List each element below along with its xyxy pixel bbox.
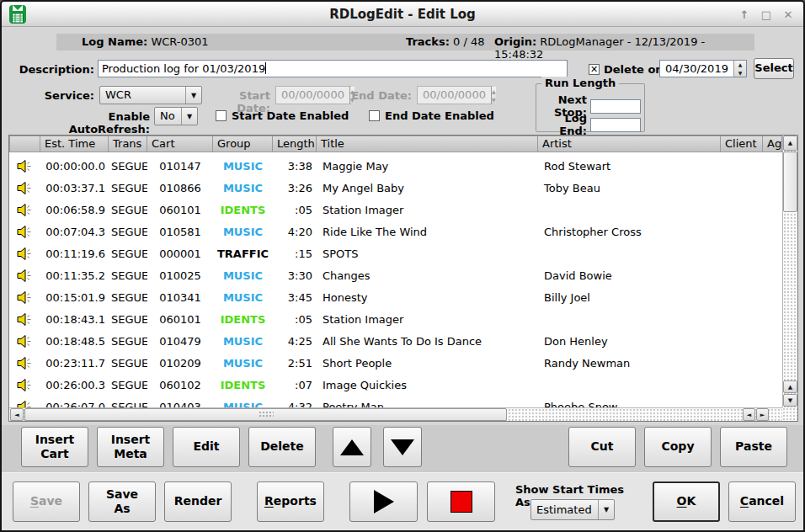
end-date-enabled-checkbox[interactable] (369, 110, 380, 121)
delete-button[interactable]: Delete (248, 427, 316, 467)
cell-cart: 010147 (147, 160, 213, 173)
stop-button[interactable] (427, 481, 495, 522)
autorefresh-combobox[interactable]: No ▼ (154, 107, 198, 125)
cell-length: 2:51 (273, 357, 317, 370)
up-arrow-icon (340, 439, 364, 455)
origin: Origin: RDLogManager - 12/13/2019 - 15:4… (494, 35, 754, 61)
table-row[interactable]: 00:06:58.9SEGUE060101IDENTS:05Station Im… (9, 199, 782, 221)
move-down-button[interactable] (383, 427, 422, 467)
column-header-length[interactable]: Length (273, 136, 317, 152)
vertical-scrollbar[interactable]: ▲ ▲ ▼ (782, 136, 797, 407)
save-as-button[interactable]: Save As (88, 481, 156, 522)
reports-button[interactable]: Reports (257, 481, 324, 522)
horizontal-scroll-thumb[interactable] (24, 408, 507, 421)
cell-group: TRAFFIC (213, 247, 273, 260)
cell-title: Honesty (317, 291, 538, 304)
audio-speaker-icon (17, 379, 33, 391)
scroll-left-icon[interactable]: ◄ (743, 408, 755, 421)
cell-cart: 060102 (147, 379, 213, 391)
table-row[interactable]: 00:11:19.6SEGUE000001TRAFFIC:15SPOTS (9, 242, 782, 264)
column-header-artist[interactable]: Artist (538, 136, 721, 152)
column-header-group[interactable]: Group (213, 136, 273, 152)
scroll-down-icon[interactable]: ▼ (783, 394, 797, 407)
close-icon[interactable]: ✕ (780, 6, 797, 23)
copy-button[interactable]: Copy (644, 427, 712, 467)
column-header-agency[interactable]: Agency (763, 136, 782, 152)
table-row[interactable]: 00:15:01.9SEGUE010341MUSIC3:45HonestyBil… (9, 286, 782, 308)
scroll-up-icon[interactable]: ▲ (783, 136, 797, 151)
service-combobox[interactable]: WCR ▼ (99, 86, 202, 104)
table-row[interactable]: 00:11:35.2SEGUE010025MUSIC3:30ChangesDav… (9, 264, 782, 286)
column-header-trans[interactable]: Trans (109, 136, 147, 152)
date-spin-buttons[interactable]: ▲ ▼ (733, 61, 746, 77)
text-caret (265, 62, 266, 74)
ok-button[interactable]: OK (653, 481, 720, 522)
run-length-title: Run Length (541, 77, 619, 89)
render-button[interactable]: Render (164, 481, 232, 522)
column-header-title[interactable]: Title (317, 136, 538, 152)
cell-est-time: 00:11:19.6 (40, 247, 109, 260)
cell-length: 3:30 (273, 269, 317, 282)
maximize-icon[interactable]: □ (758, 6, 775, 23)
vertical-scroll-thumb[interactable] (783, 152, 797, 212)
cell-trans: SEGUE (109, 313, 147, 326)
scroll-right-icon[interactable]: ► (756, 408, 769, 421)
table-header[interactable]: Est. Time Trans Cart Group Length Title … (9, 136, 782, 152)
scroll-up-icon[interactable]: ▲ (783, 380, 797, 393)
delete-date-spinbox[interactable]: 04/30/2019 ▲ ▼ (659, 60, 747, 77)
cell-length: 3:45 (273, 291, 317, 304)
cell-trans: SEGUE (109, 291, 147, 304)
delete-on-checkbox[interactable]: ✕ (589, 64, 600, 75)
horizontal-scrollbar[interactable]: ◄ ◄ ► (9, 407, 782, 421)
column-header-cart[interactable]: Cart (147, 136, 213, 152)
cancel-button[interactable]: Cancel (728, 481, 796, 522)
cell-group: MUSIC (213, 269, 273, 282)
description-input[interactable]: Production log for 01/03/2019 (98, 60, 568, 77)
play-button[interactable] (349, 481, 418, 522)
row-audio-icon (9, 204, 40, 216)
titlebar[interactable]: RDLogEdit - Edit Log ↑ □ ✕ (2, 2, 803, 27)
column-header-est-time[interactable]: Est. Time (40, 136, 109, 152)
rdlogedit-edit-log-window: RDLogEdit - Edit Log ↑ □ ✕ Log Name: WCR… (0, 0, 805, 532)
play-icon (374, 490, 394, 513)
cell-cart: 010025 (147, 269, 213, 282)
audio-speaker-icon (17, 247, 33, 260)
row-audio-icon (9, 226, 40, 238)
paste-button[interactable]: Paste (720, 427, 787, 467)
move-up-button[interactable] (333, 427, 371, 467)
table-row[interactable]: 00:00:00.0SEGUE010147MUSIC3:38Maggie May… (9, 155, 782, 177)
cell-trans: SEGUE (109, 247, 147, 260)
cell-trans: SEGUE (109, 160, 147, 173)
cell-est-time: 00:03:37.1 (40, 182, 109, 194)
table-row[interactable]: 00:03:37.1SEGUE010866MUSIC3:26My Angel B… (9, 177, 782, 199)
table-row[interactable]: 00:23:11.7SEGUE010209MUSIC2:51Short Peop… (9, 352, 782, 374)
edit-button[interactable]: Edit (173, 427, 240, 467)
column-header-client[interactable]: Client (721, 136, 763, 152)
table-row[interactable]: 00:07:04.3SEGUE010581MUSIC4:20Ride Like … (9, 221, 782, 242)
insert-cart-button[interactable]: Insert Cart (21, 427, 88, 467)
table-row[interactable]: 00:18:43.1SEGUE060101IDENTS:05Station Im… (9, 308, 782, 330)
column-header-icon[interactable] (9, 136, 40, 152)
cell-cart: 000001 (147, 247, 213, 260)
cut-button[interactable]: Cut (568, 427, 636, 467)
start-date-enabled-checkbox[interactable] (216, 110, 227, 121)
end-date-enabled-label: End Date Enabled (385, 109, 494, 122)
chevron-down-icon: ▼ (185, 87, 201, 104)
delete-on-label: Delete on (604, 63, 664, 76)
save-button[interactable]: Save (13, 481, 80, 522)
insert-meta-button[interactable]: Insert Meta (97, 427, 164, 467)
select-date-button[interactable]: Select (754, 58, 794, 79)
rollup-icon[interactable]: ↑ (736, 6, 753, 23)
cell-trans: SEGUE (109, 182, 147, 194)
show-start-times-combobox[interactable]: Estimated ▼ (530, 499, 615, 520)
table-row[interactable]: 00:26:07.0SEGUE010403MUSIC4:32Poetry Man… (9, 396, 782, 407)
scroll-left-icon[interactable]: ◄ (10, 408, 24, 421)
table-row[interactable]: 00:18:48.5SEGUE010479MUSIC4:25All She Wa… (9, 330, 782, 352)
cell-cart: 010866 (147, 182, 213, 194)
row-audio-icon (9, 313, 40, 326)
audio-speaker-icon (17, 401, 33, 408)
table-row[interactable]: 00:26:00.3SEGUE060102IDENTS:07Image Quic… (9, 374, 782, 396)
audio-speaker-icon (17, 204, 33, 216)
cell-length: 4:32 (273, 401, 317, 408)
spin-up-icon: ▲ (734, 61, 746, 69)
